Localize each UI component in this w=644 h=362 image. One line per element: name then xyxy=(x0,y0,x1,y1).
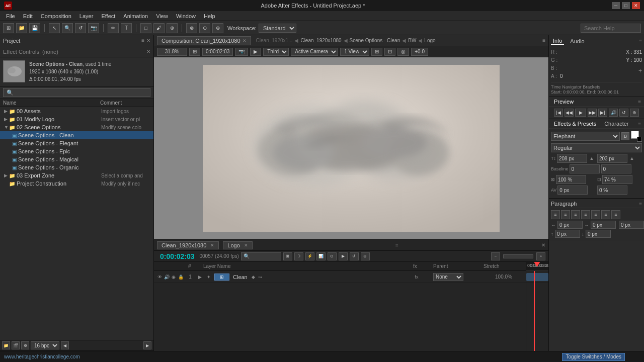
comp-tab-close[interactable]: ✕ xyxy=(243,38,247,43)
tl-btn-live[interactable]: ⊕ xyxy=(361,252,370,260)
pen-tool[interactable]: ✏ xyxy=(108,23,119,33)
toggle-switches-button[interactable]: Toggle Switches / Modes xyxy=(562,353,625,361)
viewer-checkerboard-button[interactable]: ⊡ xyxy=(384,48,395,56)
save-button[interactable]: 💾 xyxy=(29,23,40,33)
new-comp-button[interactable]: ⊞ xyxy=(3,23,14,33)
tree-item-scene-organic[interactable]: ▣ Scene Options - Organic xyxy=(0,163,153,171)
tree-item-assets[interactable]: ▶ 📁 00 Assets Import logos xyxy=(0,107,153,115)
space-after-input[interactable] xyxy=(586,230,611,238)
zoom-tool[interactable]: 🔍 xyxy=(62,23,73,33)
composition-view[interactable] xyxy=(154,57,548,239)
text-tool[interactable]: T xyxy=(121,23,132,33)
tl-btn-render[interactable]: ⊙ xyxy=(328,252,337,260)
font-family-select[interactable]: Elephant xyxy=(551,132,620,141)
font-size-input[interactable] xyxy=(557,154,587,163)
tl-btn-home[interactable]: ⊞ xyxy=(283,252,292,260)
layer-eye-toggle[interactable]: 👁 xyxy=(156,274,163,281)
menu-layer[interactable]: Layer xyxy=(75,12,98,20)
tree-item-scene-options[interactable]: ▼ 📁 02 Scene Options Modify scene colo xyxy=(0,123,153,131)
extra-tool1[interactable]: ⊗ xyxy=(186,23,197,33)
camera-select[interactable]: Active Camera xyxy=(291,48,338,56)
breadcrumb-scene[interactable]: Scene Options - Clean xyxy=(350,38,400,43)
timeline-tracks[interactable] xyxy=(526,271,548,351)
preview-first-button[interactable]: |◀ xyxy=(554,109,563,117)
menu-window[interactable]: Window xyxy=(172,12,200,20)
breadcrumb-prev[interactable]: Clean_1920x1... xyxy=(256,38,293,43)
paragraph-panel-close[interactable]: ≡ xyxy=(639,201,642,207)
kerning-input[interactable] xyxy=(557,186,588,195)
menu-animation[interactable]: Animation xyxy=(119,12,152,20)
preview-audio-button[interactable]: 🔊 xyxy=(609,109,618,117)
viewer-camera-button[interactable]: 📷 xyxy=(235,48,248,56)
viewer-snap-button[interactable]: ⊞ xyxy=(189,48,200,56)
project-settings-button[interactable]: ⚙ xyxy=(21,341,29,349)
extra-tool3[interactable]: ⊛ xyxy=(212,23,223,33)
stroke-color-swatch[interactable] xyxy=(637,137,642,142)
size-up-icon[interactable]: ▲ xyxy=(588,155,595,162)
panel-close-icon[interactable]: ✕ xyxy=(146,38,150,43)
preview-next-frame-button[interactable]: ▶▶ xyxy=(588,109,597,117)
comp-tab[interactable]: Composition: Clean_1920x1080 ✕ xyxy=(157,36,251,45)
space-before-input[interactable] xyxy=(555,230,580,238)
viewer-preview-button[interactable]: ▶ xyxy=(250,48,261,56)
menu-file[interactable]: File xyxy=(2,12,19,20)
preview-panel-close[interactable]: ≡ xyxy=(638,99,641,105)
preview-loop-button[interactable]: ↺ xyxy=(619,109,628,117)
third-select[interactable]: Third xyxy=(263,48,289,56)
layer-lock-toggle[interactable]: 🔒 xyxy=(177,274,184,281)
timeline-zoom-slider[interactable] xyxy=(503,254,533,258)
tl-btn-loop[interactable]: ↺ xyxy=(350,252,359,260)
track-bar-1[interactable] xyxy=(526,273,548,281)
camera-tool[interactable]: 📷 xyxy=(88,23,99,33)
tl-btn-preview[interactable]: ▶ xyxy=(339,252,348,260)
right-indent-input[interactable] xyxy=(591,221,616,229)
timeline-tab-close[interactable]: ✕ xyxy=(210,243,214,248)
bpc-select[interactable]: 16 bpc xyxy=(31,341,59,349)
audio-tab[interactable]: Audio xyxy=(568,38,586,45)
timeline-tab-comp[interactable]: Clean_1920x1080 ✕ xyxy=(157,241,219,249)
new-folder-button[interactable]: 📁 xyxy=(2,341,10,349)
zoom-display[interactable]: 31.8% xyxy=(157,48,187,56)
search-help-input[interactable] xyxy=(581,24,641,33)
breadcrumb-clean[interactable]: Clean_1920x1080 xyxy=(300,38,341,43)
font-size2-input[interactable] xyxy=(597,154,627,163)
tl-btn-graph[interactable]: 📊 xyxy=(316,252,326,260)
tl-btn-solo[interactable]: ☽ xyxy=(294,252,303,260)
timeline-tab-logo[interactable]: Logo ✕ xyxy=(223,241,252,249)
justify-right-button[interactable]: ≡ xyxy=(591,210,600,219)
effect-controls-close[interactable]: ✕ xyxy=(146,49,150,54)
scale-input[interactable] xyxy=(556,175,586,184)
align-left-button[interactable]: ≡ xyxy=(551,210,560,219)
justify-button[interactable]: ≡ xyxy=(581,210,590,219)
align-right-button[interactable]: ≡ xyxy=(571,210,580,219)
close-button[interactable]: ✕ xyxy=(632,2,640,9)
tree-item-scene-clean[interactable]: ▣ Scene Options - Clean xyxy=(0,131,153,139)
align-center-button[interactable]: ≡ xyxy=(561,210,570,219)
extra-indent-input[interactable] xyxy=(619,221,644,229)
preview-ram-button[interactable]: ⊕ xyxy=(630,109,639,117)
layer-shy-toggle[interactable]: ✦ xyxy=(205,274,212,281)
baseline-input[interactable] xyxy=(570,164,600,173)
layer-audio-toggle[interactable]: 🔊 xyxy=(163,274,170,281)
open-button[interactable]: 📁 xyxy=(16,23,27,33)
tree-item-scene-epic[interactable]: ▣ Scene Options - Epic xyxy=(0,147,153,155)
paint-tool[interactable]: 🖌 xyxy=(153,23,165,33)
layer-fx-toggle[interactable]: fx xyxy=(413,274,420,281)
viewer-exposure-button[interactable]: ◎ xyxy=(397,48,409,56)
tree-item-export-zone[interactable]: ▶ 📁 03 Export Zone Select a comp and xyxy=(0,171,153,179)
info-panel-close[interactable]: ≡ xyxy=(639,38,642,44)
tl-btn-zoom-in[interactable]: + xyxy=(536,252,545,260)
menu-edit[interactable]: Edit xyxy=(19,12,37,20)
rotation-tool[interactable]: ↺ xyxy=(75,23,86,33)
timeline-panel-close-icon[interactable]: ✕ xyxy=(541,242,545,248)
size-up-icon2[interactable]: ▲ xyxy=(628,155,635,162)
tracking-input[interactable] xyxy=(601,164,631,173)
tree-item-scene-magical[interactable]: ▣ Scene Options - Magical xyxy=(0,155,153,163)
menu-help[interactable]: Help xyxy=(200,12,219,20)
maximize-button[interactable]: □ xyxy=(622,2,630,9)
tsf-input[interactable] xyxy=(597,186,627,195)
effects-presets-tab[interactable]: Effects & Presets xyxy=(552,120,598,127)
view-select[interactable]: 1 View xyxy=(340,48,369,56)
panel-menu-icon[interactable]: ≡ xyxy=(141,38,144,43)
menu-composition[interactable]: Composition xyxy=(37,12,75,20)
